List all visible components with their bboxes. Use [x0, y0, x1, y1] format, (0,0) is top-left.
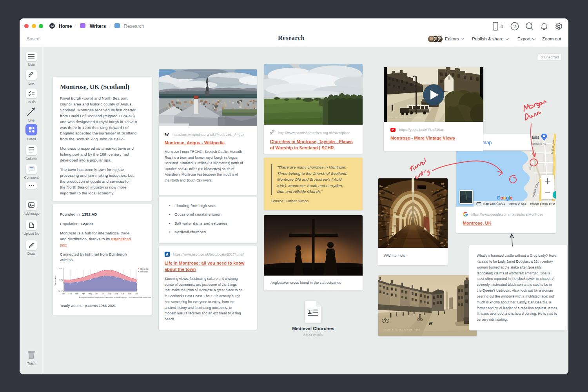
svg-text:Min temp: Min temp [140, 271, 148, 273]
svg-text:Apr: Apr [82, 293, 85, 295]
svg-text:?: ? [514, 24, 516, 29]
svg-text:Oct: Oct [122, 293, 125, 295]
svg-text:map: map [482, 140, 492, 145]
svg-text:Jan: Jan [62, 293, 65, 295]
svg-text:May: May [89, 293, 92, 295]
svg-text:W: W [165, 132, 169, 136]
svg-text:-10 ℃: -10 ℃ [58, 290, 63, 292]
svg-text:0: 0 [501, 24, 503, 29]
svg-text:MURRAY STREET, MONTROSE: MURRAY STREET, MONTROSE [385, 328, 421, 331]
svg-text:Map data ©2021: Map data ©2021 [483, 202, 505, 205]
svg-text:Sep: Sep [115, 293, 118, 295]
svg-text:Mar: Mar [75, 293, 78, 295]
svg-text:Feb: Feb [69, 293, 72, 295]
svg-text:M 811 High Street Mid South: M 811 High Street Mid South, Montrose [388, 116, 421, 118]
svg-text:5 ℃: 5 ℃ [60, 279, 63, 281]
svg-text:Report a map error: Report a map error [530, 202, 555, 205]
svg-text:Aug: Aug [108, 293, 112, 295]
svg-text:Temperature: Temperature [54, 276, 56, 286]
svg-text:e: e [510, 195, 513, 201]
svg-text:Average min and max temperatur: Average min and max temperatures in Aber… [79, 296, 151, 298]
svg-text:20 ℃: 20 ℃ [58, 268, 63, 270]
svg-text:Nov: Nov [128, 293, 132, 295]
svg-text:Terms of Use: Terms of Use [509, 202, 526, 205]
svg-text:Brechin Rd: Brechin Rd [532, 142, 546, 145]
svg-text:Max temp: Max temp [140, 268, 148, 270]
svg-text:Jul: Jul [102, 293, 104, 295]
svg-text:Jun: Jun [95, 293, 98, 295]
svg-text:T: T [308, 308, 312, 314]
svg-text:G: G [497, 195, 501, 201]
svg-text:Dec: Dec [135, 293, 138, 295]
svg-text:ains: ains [532, 135, 539, 140]
svg-text:a: a [166, 252, 169, 256]
